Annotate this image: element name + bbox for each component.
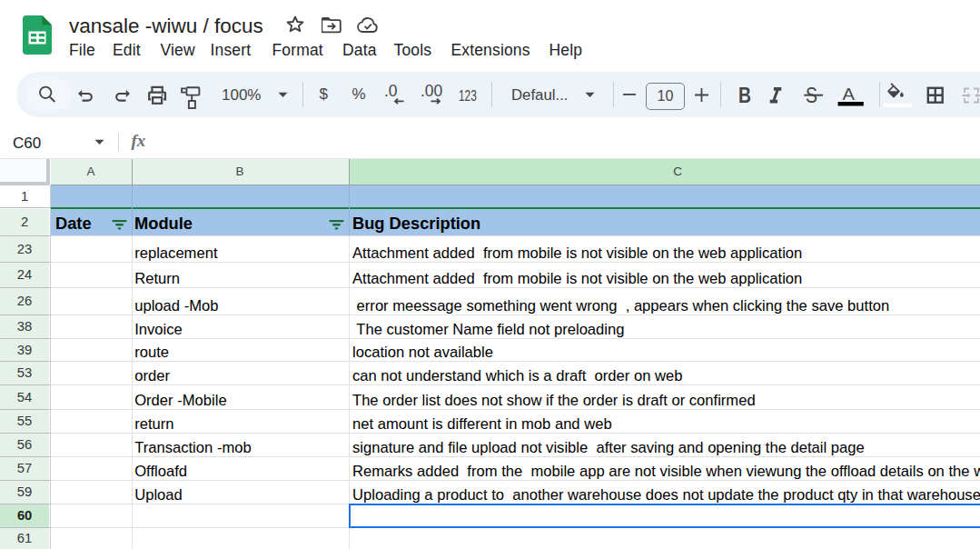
svg-text:B: B — [738, 84, 751, 107]
svg-text:A: A — [843, 85, 856, 104]
